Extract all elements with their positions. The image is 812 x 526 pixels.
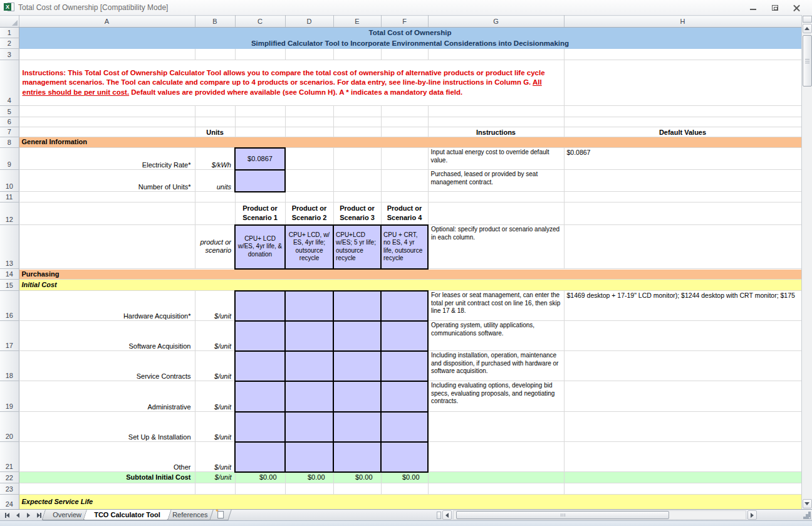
cell-A2[interactable]: Simplified Calculator Tool to Incorporat… xyxy=(19,38,801,49)
cell-D5[interactable] xyxy=(285,106,333,117)
cell-E22[interactable]: $0.00 xyxy=(333,472,381,483)
column-header-B[interactable]: B xyxy=(195,16,235,28)
row-header-16[interactable]: 16 xyxy=(0,291,19,321)
row-header-8[interactable]: 8 xyxy=(0,137,19,148)
cell-D9[interactable] xyxy=(285,148,333,170)
cell-C5[interactable] xyxy=(235,106,285,117)
cell-H7[interactable]: Default Values xyxy=(564,127,801,137)
cell-G3[interactable] xyxy=(428,49,564,60)
cell-B12[interactable] xyxy=(195,203,235,225)
cell-A4[interactable]: Instructions: This Total Cost of Ownersh… xyxy=(19,60,564,106)
cell-H12[interactable] xyxy=(564,203,801,225)
cell-A6[interactable] xyxy=(19,117,195,127)
cell-F13[interactable]: CPU + CRT, no ES, 4 yr life, outsource r… xyxy=(381,225,428,269)
select-all-corner[interactable] xyxy=(0,16,19,28)
cell-C6[interactable] xyxy=(235,117,285,127)
cell-F21[interactable] xyxy=(381,442,428,472)
cell-G17[interactable]: Operating system, utility applications, … xyxy=(428,321,564,351)
cell-A3[interactable] xyxy=(19,49,195,60)
insert-worksheet-tab[interactable] xyxy=(209,510,232,520)
cell-C21[interactable] xyxy=(235,442,285,472)
cell-G20[interactable] xyxy=(428,412,564,442)
cell-E16[interactable] xyxy=(333,291,381,321)
row-header-24[interactable]: 24 xyxy=(0,495,19,510)
row-header-13[interactable]: 13 xyxy=(0,225,19,269)
cell-C20[interactable] xyxy=(235,412,285,442)
previous-sheet-button[interactable] xyxy=(13,511,22,520)
sheet-tab-tco-calculator-tool[interactable]: TCO Calculator Tool xyxy=(83,510,171,520)
cell-H5[interactable] xyxy=(564,106,801,117)
cell-H9[interactable]: $0.0867 xyxy=(564,148,801,170)
cell-G11[interactable] xyxy=(428,192,564,203)
column-header-A[interactable]: A xyxy=(19,16,195,28)
cell-A11[interactable] xyxy=(19,192,195,203)
cell-E6[interactable] xyxy=(333,117,381,127)
cell-A20[interactable]: Set Up & Installation xyxy=(19,412,195,442)
cell-B10[interactable]: units xyxy=(195,170,235,192)
cell-E17[interactable] xyxy=(333,321,381,351)
cell-B11[interactable] xyxy=(195,192,235,203)
vertical-scrollbar[interactable] xyxy=(801,15,812,509)
cell-C22[interactable]: $0.00 xyxy=(235,472,285,483)
cell-D11[interactable] xyxy=(285,192,333,203)
cell-D7[interactable] xyxy=(285,127,333,137)
cell-C3[interactable] xyxy=(235,49,285,60)
cell-B13[interactable]: product or scenario xyxy=(195,225,235,269)
cell-F23[interactable] xyxy=(381,483,428,495)
next-sheet-button[interactable] xyxy=(24,511,33,520)
close-button[interactable] xyxy=(793,4,801,12)
cell-C7[interactable] xyxy=(235,127,285,137)
cell-B17[interactable]: $/unit xyxy=(195,321,235,351)
row-header-17[interactable]: 17 xyxy=(0,321,19,351)
row-header-15[interactable]: 15 xyxy=(0,280,19,291)
row-header-5[interactable]: 5 xyxy=(0,106,19,117)
cell-A21[interactable]: Other xyxy=(19,442,195,472)
cell-G7[interactable]: Instructions xyxy=(428,127,564,137)
cell-F7[interactable] xyxy=(381,127,428,137)
horizontal-scroll-track[interactable] xyxy=(453,510,746,520)
scroll-left-button[interactable] xyxy=(442,510,452,520)
cell-D17[interactable] xyxy=(285,321,333,351)
cell-A24[interactable]: Expected Service Life xyxy=(19,495,801,510)
cell-F16[interactable] xyxy=(381,291,428,321)
cell-E21[interactable] xyxy=(333,442,381,472)
minimize-button[interactable] xyxy=(749,4,757,12)
cell-E11[interactable] xyxy=(333,192,381,203)
cell-H23[interactable] xyxy=(564,483,801,495)
cell-C23[interactable] xyxy=(235,483,285,495)
cell-A8[interactable]: General Information xyxy=(19,137,801,148)
cell-H17[interactable] xyxy=(564,321,801,351)
cell-D20[interactable] xyxy=(285,412,333,442)
cell-H11[interactable] xyxy=(564,192,801,203)
row-header-2[interactable]: 2 xyxy=(0,38,19,49)
cell-C16[interactable] xyxy=(235,291,285,321)
first-sheet-button[interactable] xyxy=(3,511,11,520)
cell-A22[interactable]: Subtotal Initial Cost xyxy=(19,472,195,483)
vertical-scroll-track[interactable] xyxy=(803,34,812,498)
cell-F6[interactable] xyxy=(381,117,428,127)
cell-G12[interactable] xyxy=(428,203,564,225)
cell-B7[interactable]: Units xyxy=(195,127,235,137)
cell-B22[interactable]: $/unit xyxy=(195,472,235,483)
cell-E19[interactable] xyxy=(333,381,381,412)
cell-G6[interactable] xyxy=(428,117,564,127)
resize-grip[interactable] xyxy=(801,510,812,520)
cell-B5[interactable] xyxy=(195,106,235,117)
cell-G21[interactable] xyxy=(428,442,564,472)
column-header-G[interactable]: G xyxy=(428,16,564,28)
cell-A5[interactable] xyxy=(19,106,195,117)
column-header-H[interactable]: H xyxy=(564,16,801,28)
cell-C13[interactable]: CPU+ LCD w/ES, 4yr life, & donation xyxy=(235,225,285,269)
cell-G13[interactable]: Optional: specify product or scenario an… xyxy=(428,225,564,269)
cell-B19[interactable]: $/unit xyxy=(195,381,235,412)
cell-E23[interactable] xyxy=(333,483,381,495)
row-header-4[interactable]: 4 xyxy=(0,60,19,106)
cell-F12[interactable]: Product or Scenario 4 xyxy=(381,203,428,225)
cell-A14[interactable]: Purchasing xyxy=(19,269,801,280)
row-header-11[interactable]: 11 xyxy=(0,192,19,203)
cell-A15[interactable]: Initial Cost xyxy=(19,280,801,291)
cell-G9[interactable]: Input actual energy cost to override def… xyxy=(428,148,564,170)
cell-F11[interactable] xyxy=(381,192,428,203)
cell-A19[interactable]: Administrative xyxy=(19,381,195,412)
cell-D16[interactable] xyxy=(285,291,333,321)
